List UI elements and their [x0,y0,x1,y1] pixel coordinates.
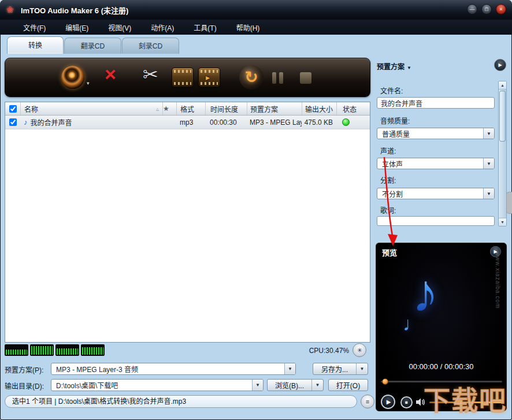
chevron-down-icon[interactable]: ▼ [483,158,494,169]
file-name: 我的合并声音 [31,117,72,127]
open-button[interactable]: 打开(O) [328,379,368,391]
output-dir-label: 输出目录(D): [5,381,44,391]
clip-button[interactable]: ✂ [143,65,158,84]
column-format[interactable]: 格式 [176,102,205,115]
scroll-down-icon[interactable]: ▼ [499,218,506,226]
convert-button[interactable]: ↻ [239,65,264,90]
maximize-icon: □ [485,6,488,12]
titlebar: ❀ ImTOO Audio Maker 6 (未注册) — □ × [0,0,512,20]
log-button[interactable]: ≡ [361,395,374,408]
status-ok-icon [342,118,350,126]
chevron-down-icon[interactable]: ▼ [311,380,323,391]
log-icon: ≡ [366,398,369,405]
table-header: 名称 ▵ ★ 格式 时间长度 预置方案 输出大小 状态 [5,102,370,116]
file-duration: 00:00:30 [205,118,247,127]
tab-convert[interactable]: 转换 [7,36,64,54]
sort-icon: ▵ [156,106,159,112]
column-status[interactable]: 状态 [336,102,370,115]
close-icon: × [499,6,502,12]
column-star[interactable]: ★ [162,102,176,115]
cpu-usage: CPU:30.47% [296,347,349,355]
preset-dropdown[interactable]: MP3 - MPEG Layer-3 音频 ▼ [51,363,296,375]
app-window: ❀ ImTOO Audio Maker 6 (未注册) — □ × 文件(F) … [0,0,512,420]
chevron-down-icon[interactable]: ▼ [284,363,295,374]
chevron-down-icon: ▼ [407,65,411,70]
chevron-down-icon[interactable]: ▼ [356,363,368,374]
system-info-button[interactable]: ✳ [353,343,366,357]
menu-action[interactable]: 动作(A) [151,23,174,32]
menu-edit[interactable]: 编辑(E) [65,23,88,32]
browse-button[interactable]: 浏览(B)... ▼ [267,379,324,391]
column-size[interactable]: 输出大小 [302,102,336,115]
play-button[interactable]: ▶ [381,395,395,409]
split-button[interactable] [172,68,194,87]
merge-button[interactable]: ▸ [198,68,220,87]
seek-thumb[interactable] [382,378,388,385]
table-row[interactable]: ♪ 我的合并声音 mp3 00:00:30 MP3 - MPEG Lay... … [5,116,370,129]
file-preset: MP3 - MPEG Lay... [247,118,302,127]
menu-tools[interactable]: 工具(T) [194,23,216,32]
wave-meter [30,344,54,356]
scroll-up-icon[interactable]: ▲ [499,81,506,90]
playback-time: 00:00:00 / 00:00:30 [376,362,506,371]
output-dir-dropdown[interactable]: D:\tools\桌面\下载吧 ▼ [51,379,264,391]
column-duration[interactable]: 时间长度 [205,102,247,115]
burn-dropdown-caret-icon[interactable]: ▾ [87,80,90,86]
edge-handle[interactable] [506,192,512,214]
save-as-button[interactable]: 另存为... ▼ [313,363,368,375]
stop-icon: ■ [405,400,408,405]
convert-icon: ↻ [244,69,258,86]
scissors-icon: ✂ [143,64,158,85]
chevron-down-icon[interactable]: ▼ [252,380,263,391]
lyrics-label: 歌词: [380,205,396,215]
tab-rip-cd[interactable]: 翻录CD [64,38,121,54]
channels-label: 声道: [380,146,396,155]
select-all-checkbox[interactable] [9,105,17,113]
waveform-meters [5,344,105,356]
stop-playback-button[interactable]: ■ [400,396,413,408]
panel-scrollbar[interactable]: ▲ ▼ [498,81,507,226]
window-controls: — □ × [467,4,506,14]
watermark-corner: 下载吧 [424,379,507,417]
chevron-down-icon[interactable]: ▼ [483,188,494,199]
menu-help[interactable]: 帮助(H) [236,23,260,32]
filename-input[interactable] [377,97,495,109]
wave-meter [55,344,79,356]
pause-button[interactable] [272,72,283,84]
play-icon: ▶ [387,399,391,405]
menu-file[interactable]: 文件(F) [23,23,46,32]
chevron-down-icon[interactable]: ▼ [483,128,494,139]
scrollbar-thumb[interactable] [499,91,506,142]
preset-label: 预置方案(P): [5,365,43,374]
wave-meter [5,344,28,356]
lyrics-input[interactable] [377,216,495,226]
pause-icon [272,72,276,84]
arrow-right-icon: ▶ [498,62,502,68]
preview-title: 预览 [382,247,397,258]
stop-button[interactable] [300,72,311,84]
column-preset[interactable]: 预置方案 [247,102,302,115]
menu-view[interactable]: 视图(V) [108,23,131,32]
audio-quality-dropdown[interactable]: 普通质量 ▼ [377,128,495,139]
minimize-icon: — [470,6,475,12]
channels-dropdown[interactable]: 立体声 ▼ [377,158,495,169]
preset-panel-header[interactable]: 预置方案▼ [377,61,411,71]
music-note-icon: ♪ [412,266,439,319]
star-icon: ★ [163,105,169,113]
close-button[interactable]: × [496,4,506,14]
menubar: 文件(F) 编辑(E) 视图(V) 动作(A) 工具(T) 帮助(H) [0,20,512,35]
panel-expand-button[interactable]: ▶ [494,59,506,71]
split-dropdown[interactable]: 不分割 ▼ [377,188,495,199]
burn-cd-button[interactable] [61,66,84,89]
row-checkbox[interactable] [9,118,17,126]
file-format: mp3 [176,118,205,127]
minimize-button[interactable]: — [467,4,477,14]
audio-quality-label: 音频质量: [380,116,410,125]
delete-button[interactable]: × [105,64,116,84]
maximize-button[interactable]: □ [481,4,492,14]
column-name[interactable]: 名称 ▵ [20,102,162,115]
split-label: 分割: [380,175,396,185]
tab-burn-cd[interactable]: 刻录CD [122,38,179,54]
file-list: 名称 ▵ ★ 格式 时间长度 预置方案 输出大小 状态 ♪ 我的合并声音 mp3… [5,102,370,343]
status-bar: 选中1 个项目 | D:\tools\桌面\格式转换\我的合并声音.mp3 [5,395,357,408]
